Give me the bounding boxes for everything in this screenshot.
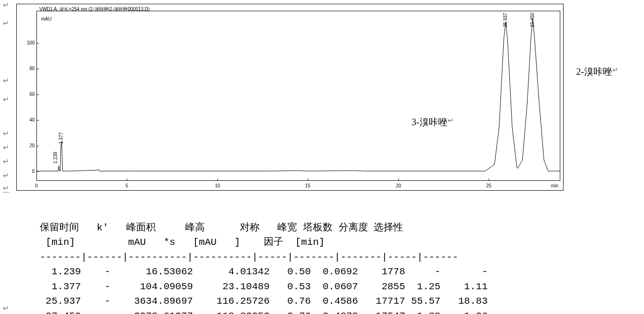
paragraph-mark: ↵ bbox=[3, 185, 9, 193]
x-tick-label: 10 bbox=[215, 183, 220, 188]
paragraph-mark: ↵ bbox=[3, 158, 9, 165]
paragraph-mark: ↵ bbox=[448, 116, 454, 125]
annotation-text: 2-溴咔唑 bbox=[576, 66, 612, 77]
peak-rt-label: 1.377 bbox=[58, 132, 64, 144]
paragraph-mark: ↵ bbox=[3, 172, 9, 179]
peak-annotation-3: 3-溴咔唑↵ bbox=[412, 116, 448, 128]
table-subheader-row: [min] mAU *s [mAU ] 因子 [min] bbox=[40, 237, 325, 248]
x-tick-label: 20 bbox=[396, 183, 401, 188]
x-tick-label: 5 bbox=[125, 183, 128, 188]
signal-path bbox=[37, 19, 560, 171]
plot-area bbox=[36, 11, 560, 181]
x-tick-label: 0 bbox=[35, 183, 38, 188]
y-tick-label: 60 bbox=[22, 92, 35, 97]
peak-rt-label: 27.450 bbox=[530, 13, 535, 27]
paragraph-mark: ↵ bbox=[3, 77, 9, 85]
paragraph-mark: ↵ bbox=[612, 65, 618, 74]
chromatogram-trace bbox=[37, 11, 560, 180]
y-tick-label: 80 bbox=[22, 66, 35, 71]
x-tick-label: 25 bbox=[486, 183, 491, 188]
paragraph-mark: ↵ bbox=[3, 305, 9, 312]
paragraph-mark: ↵ bbox=[3, 96, 9, 103]
table-row: 1.239 - 16.53062 4.01342 0.50 0.0692 177… bbox=[40, 266, 488, 277]
peak-rt-label: 25.937 bbox=[503, 13, 508, 27]
paragraph-mark: ↵ bbox=[3, 20, 9, 27]
table-divider: -------|------|----------|----------|---… bbox=[40, 252, 458, 263]
paragraph-mark: ↵ bbox=[3, 1, 9, 9]
y-tick-label: 100 bbox=[22, 40, 35, 45]
table-row: 25.937 - 3634.89697 116.25726 0.76 0.458… bbox=[40, 296, 488, 307]
paragraph-mark: ↵ bbox=[3, 144, 9, 151]
peak-annotation-2: 2-溴咔唑↵ bbox=[576, 65, 612, 78]
paragraph-mark: ↵ bbox=[3, 130, 9, 137]
y-tick-label: 40 bbox=[22, 117, 35, 122]
table-header-row: 保留时间 k' 峰面积 峰高 对称 峰宽 塔板数 分离度 选择性 bbox=[40, 222, 403, 233]
chromatogram-panel: VWD1 A, 波长=254 nm (2-溴咔唑\2-溴咔唑000013.D) … bbox=[16, 4, 564, 191]
annotation-text: 3-溴咔唑 bbox=[412, 117, 448, 127]
results-table: 保留时间 k' 峰面积 峰高 对称 峰宽 塔板数 分离度 选择性 [min] m… bbox=[40, 206, 531, 314]
x-axis-unit: min bbox=[551, 183, 558, 188]
table-row: 1.377 - 104.09059 23.10489 0.53 0.0607 2… bbox=[40, 281, 488, 292]
y-tick-label: 20 bbox=[22, 143, 35, 148]
table-row: 27.450 - 3978.61377 118.83253 0.76 0.487… bbox=[40, 311, 488, 314]
x-tick-label: 15 bbox=[305, 183, 310, 188]
y-tick-label: 0 bbox=[22, 169, 35, 174]
peak-rt-label: 1.239 bbox=[53, 152, 58, 164]
